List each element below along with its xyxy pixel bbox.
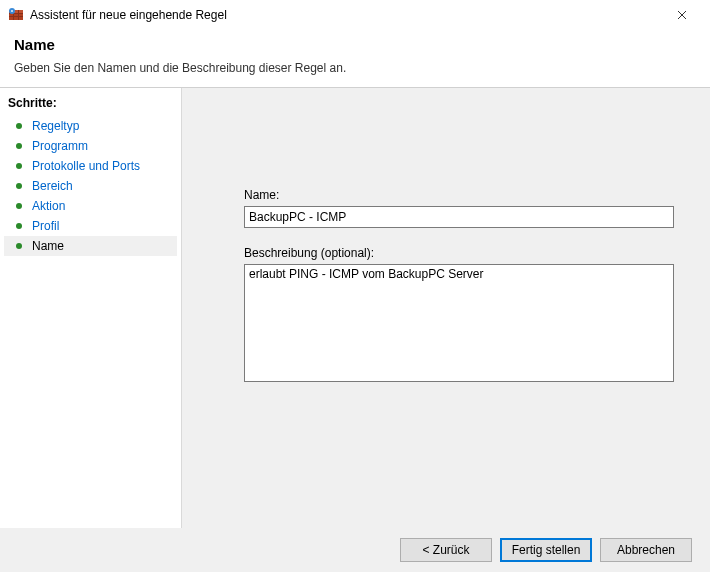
step-regeltyp[interactable]: Regeltyp [4, 116, 177, 136]
bullet-icon [16, 163, 22, 169]
cancel-button[interactable]: Abbrechen [600, 538, 692, 562]
page-title: Name [14, 36, 696, 53]
wizard-header: Name Geben Sie den Namen und die Beschre… [0, 30, 710, 87]
name-label: Name: [244, 188, 674, 202]
step-label: Profil [32, 219, 59, 233]
name-input[interactable] [244, 206, 674, 228]
steps-sidebar: Schritte: Regeltyp Programm Protokolle u… [0, 88, 181, 528]
main-panel: Name: Beschreibung (optional): [181, 88, 710, 528]
bullet-icon [16, 203, 22, 209]
bullet-icon [16, 143, 22, 149]
step-label: Protokolle und Ports [32, 159, 140, 173]
bullet-icon [16, 183, 22, 189]
firewall-icon [8, 7, 24, 23]
close-button[interactable] [662, 1, 702, 29]
footer: < Zurück Fertig stellen Abbrechen [0, 528, 710, 572]
svg-rect-3 [9, 16, 23, 17]
description-textarea[interactable] [244, 264, 674, 382]
step-bereich[interactable]: Bereich [4, 176, 177, 196]
steps-heading: Schritte: [4, 94, 177, 116]
description-label: Beschreibung (optional): [244, 246, 674, 260]
step-label: Programm [32, 139, 88, 153]
svg-rect-5 [18, 10, 19, 20]
bullet-icon [16, 243, 22, 249]
step-label: Regeltyp [32, 119, 79, 133]
step-name[interactable]: Name [4, 236, 177, 256]
back-button[interactable]: < Zurück [400, 538, 492, 562]
finish-button[interactable]: Fertig stellen [500, 538, 592, 562]
step-protokolle-und-ports[interactable]: Protokolle und Ports [4, 156, 177, 176]
step-aktion[interactable]: Aktion [4, 196, 177, 216]
step-programm[interactable]: Programm [4, 136, 177, 156]
window-title: Assistent für neue eingehende Regel [30, 8, 662, 22]
titlebar: Assistent für neue eingehende Regel [0, 0, 710, 30]
bullet-icon [16, 223, 22, 229]
step-label: Aktion [32, 199, 65, 213]
page-subtitle: Geben Sie den Namen und die Beschreibung… [14, 61, 696, 75]
step-profil[interactable]: Profil [4, 216, 177, 236]
step-label: Name [32, 239, 64, 253]
bullet-icon [16, 123, 22, 129]
step-label: Bereich [32, 179, 73, 193]
